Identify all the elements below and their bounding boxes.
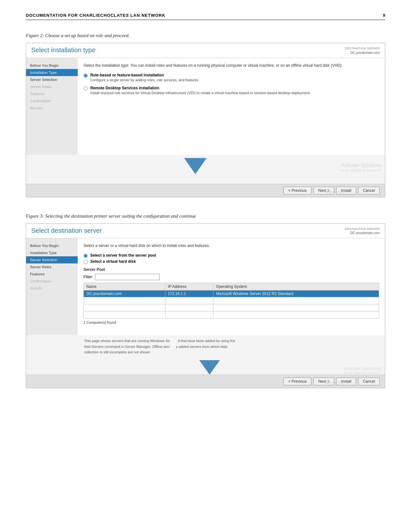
nav2-features[interactable]: Features [26, 271, 78, 278]
prev-button-2[interactable]: < Previous [283, 378, 311, 385]
table-row[interactable]: DC.yourdomain.com 172.16.1.1 Microsoft W… [84, 291, 379, 297]
activate-watermark-2: Activate Windows Go to System in Control… [344, 366, 385, 375]
filter-row: Filter: [83, 274, 379, 280]
server-name: DC.yourdomain.com [84, 291, 165, 297]
page-header: DOCUMENTATION FOR CHARLIECHOCLATES LAN N… [26, 13, 385, 20]
nav1-results: Results [26, 104, 78, 112]
table-row-empty-2 [84, 304, 379, 311]
activate-title-2: Activate Windows [344, 366, 382, 371]
figure2-caption: Figure 2: Choose a set up based on role … [26, 33, 130, 38]
radio-remote-desktop[interactable] [83, 86, 88, 91]
table-row-empty-3 [84, 311, 379, 319]
option2-label: Remote Desktop Services installation [90, 86, 311, 90]
wizard2-destination: DESTINATION SERVER DC.yourdomain.com [345, 227, 380, 236]
activate-sub-2: Go to System in Control P. [344, 371, 382, 375]
wizard2-dest-label: DESTINATION SERVER [345, 227, 380, 231]
radio-vhd-label: Select a virtual hard disk [90, 259, 136, 264]
wizard1-arrow-area: Activate Windows Go to System in Control… [26, 155, 385, 184]
wizard2-nav: Before You Begin Installation Type Serve… [26, 238, 78, 335]
wizard2-content: Select a server or a virtual hard disk o… [78, 238, 385, 335]
wizard1-destination: DESTINATION SERVER DC.yourdomain.com [345, 46, 380, 55]
col-ip: IP Address [165, 283, 213, 291]
option1-desc: Configure a single server by adding role… [90, 78, 199, 82]
activate-title-1: Activate Windows [340, 163, 382, 168]
wizard1-body: Before You Begin Installation Type Serve… [26, 58, 385, 155]
wizard1-intro: Select the installation type. You can in… [83, 63, 379, 68]
figure3-caption: Figure 3: Selecting the destination prin… [26, 213, 196, 219]
down-arrow-icon [184, 158, 207, 174]
next-button-1[interactable]: Next > [313, 187, 334, 194]
radio-vhd[interactable] [83, 260, 88, 264]
filter-label: Filter: [83, 275, 93, 279]
wizard2-footer: activate Win... < Previous Next > Instal… [26, 375, 385, 388]
wizard1-nav: Before You Begin Installation Type Serve… [26, 58, 78, 155]
nav2-installation-type[interactable]: Installation Type [26, 249, 78, 256]
next-button-2[interactable]: Next > [313, 378, 334, 385]
wizard2-header: Select destination server DESTINATION SE… [26, 224, 385, 239]
server-os: Microsoft Windows Server 2012 R2 Standar… [213, 291, 379, 297]
nav1-confirmation: Confirmation [26, 97, 78, 104]
nav1-before-you-begin[interactable]: Before You Begin [26, 62, 78, 69]
filter-input[interactable] [95, 274, 160, 280]
wizard-select-installation: Select installation type DESTINATION SER… [26, 43, 385, 197]
table-row-empty-1 [84, 297, 379, 304]
footer-note: This page shows servers that are running… [84, 338, 379, 355]
radio-role-based[interactable] [83, 74, 88, 78]
wizard2-body: Before You Begin Installation Type Serve… [26, 238, 385, 335]
wizard-select-destination: Select destination server DESTINATION SE… [26, 223, 385, 388]
down-arrow-2-icon [199, 360, 220, 375]
page-number: 9 [383, 13, 385, 18]
cancel-button-1[interactable]: Cancel [358, 187, 380, 194]
nav2-server-roles[interactable]: Server Roles [26, 263, 78, 271]
col-name: Name [84, 283, 165, 291]
wizard1-option-remote-desktop[interactable]: Remote Desktop Services installation Ins… [83, 86, 379, 95]
wizard1-dest-server: DC.yourdomain.com [345, 51, 380, 55]
wizard1-dest-label: DESTINATION SERVER [345, 46, 380, 51]
option1-label: Role-based or feature-based installation [90, 73, 199, 77]
table-header-row: Name IP Address Operating System [84, 283, 379, 291]
wizard1-option-role-based[interactable]: Role-based or feature-based installation… [83, 73, 379, 82]
nav2-before-you-begin[interactable]: Before You Begin [26, 242, 78, 249]
wizard1-footer: activate Win... < Previous Next > Instal… [26, 184, 385, 197]
nav1-installation-type[interactable]: Installation Type [26, 69, 78, 76]
wizard2-dest-server: DC.yourdomain.com [345, 231, 380, 235]
radio-server-pool[interactable] [83, 254, 88, 258]
wizard2-title: Select destination server [31, 227, 102, 234]
nav1-features: Features [26, 90, 78, 97]
nav2-confirmation: Confirmation [26, 278, 78, 285]
install-button-2[interactable]: Install [336, 378, 356, 385]
down-arrow-2-container [199, 360, 220, 375]
activate-sub-1: Go to System in Control P. [340, 168, 382, 172]
nav1-server-selection[interactable]: Server Selection [26, 76, 78, 83]
option2-desc: Install required role services for Virtu… [90, 91, 311, 95]
nav2-server-selection[interactable]: Server Selection [26, 256, 78, 263]
prev-button-1[interactable]: < Previous [283, 187, 311, 194]
nav2-results: Results [26, 285, 78, 292]
server-pool-label: Server Pool [83, 267, 379, 272]
wizard2-note-area: This page shows servers that are running… [26, 335, 385, 375]
wizard1-header: Select installation type DESTINATION SER… [26, 43, 385, 58]
radio-server-pool-label: Select a server from the server pool [90, 253, 156, 258]
computers-found: 1 Computer(s) found [83, 320, 379, 324]
wizard1-title: Select installation type [31, 46, 95, 54]
cancel-button-2[interactable]: Cancel [358, 378, 380, 385]
wizard2-radio-vhd[interactable]: Select a virtual hard disk [83, 259, 379, 264]
wizard2-intro: Select a server or a virtual hard disk o… [83, 243, 379, 249]
install-button-1[interactable]: Install [336, 187, 356, 194]
wizard1-content: Select the installation type. You can in… [78, 58, 385, 155]
server-table: Name IP Address Operating System DC.your… [83, 283, 379, 319]
nav1-server-roles: Server Roles [26, 83, 78, 90]
col-os: Operating System [213, 283, 379, 291]
document-title: DOCUMENTATION FOR CHARLIECHOCLATES LAN N… [26, 13, 165, 18]
activate-watermark-1: Activate Windows Go to System in Control… [340, 163, 382, 172]
wizard2-radio-server-pool[interactable]: Select a server from the server pool [83, 253, 379, 258]
server-ip: 172.16.1.1 [165, 291, 213, 297]
